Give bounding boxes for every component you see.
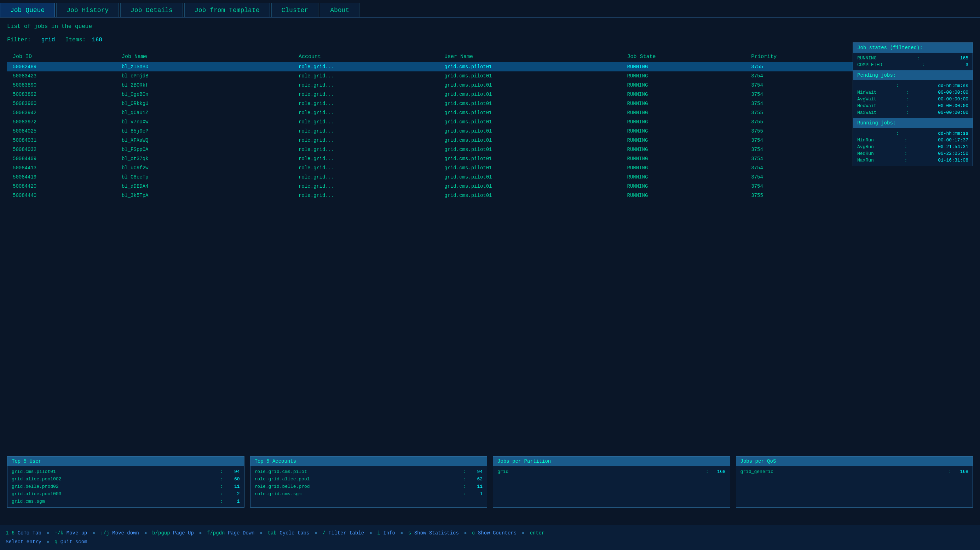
cell-job-state: RUNNING <box>622 62 746 72</box>
cell-job-state: RUNNING <box>622 127 746 136</box>
tab-cluster[interactable]: Cluster <box>271 3 319 17</box>
cell-job-state: RUNNING <box>622 90 746 99</box>
cell-job-id: 50082489 <box>7 62 116 72</box>
cell-user-name: grid.cms.pilot01 <box>439 62 621 72</box>
stat-panel-3: Jobs per QoS grid_generic : 168 <box>736 456 973 507</box>
stat-panel-header: Top 5 User <box>8 456 244 466</box>
job-state-row: COMPLETED:3 <box>857 62 968 68</box>
cell-priority: 3755 <box>745 127 860 136</box>
filter-line: Filter: grid Items: 168 <box>7 37 973 43</box>
table-row[interactable]: 50083890 bl_2BORkf role.grid... grid.cms… <box>7 81 860 90</box>
stat-panel-header: Jobs per QoS <box>736 456 973 466</box>
cell-account: role.grid... <box>293 163 439 173</box>
tab-job-details[interactable]: Job Details <box>120 3 183 17</box>
cell-job-name: bl_3k5TpA <box>116 191 293 200</box>
table-area: Job ID Job Name Account User Name Job St… <box>7 52 973 207</box>
pending-jobs-section: Pending jobs: :dd-hh:mm:ssMinWait:00-00:… <box>853 70 972 118</box>
cell-job-id: 50083890 <box>7 81 116 90</box>
stat-row: role.grid.cms.pilot : 94 <box>255 468 483 476</box>
table-row[interactable]: 50084440 bl_3k5TpA role.grid... grid.cms… <box>7 191 860 200</box>
stat-row: role.grid.alice.pool : 62 <box>255 476 483 483</box>
cell-job-id: 50084440 <box>7 191 116 200</box>
cell-priority: 3754 <box>745 90 860 99</box>
pending-jobs-body: :dd-hh:mm:ssMinWait:00-00:00:00AvgWait:0… <box>853 80 972 118</box>
table-row[interactable]: 50084409 bl_ot37qk role.grid... grid.cms… <box>7 154 860 163</box>
cell-job-id: 50083942 <box>7 108 116 117</box>
cell-job-name: bl_ot37qk <box>116 154 293 163</box>
table-row[interactable]: 50083423 bl_ePmjdB role.grid... grid.cms… <box>7 71 860 81</box>
tab-bar: Job Queue Job History Job Details Job fr… <box>0 0 980 17</box>
status-line-1: 1-6 GoTo Tab ● ↑/k Move up ● ↓/j Move do… <box>6 529 974 537</box>
table-row[interactable]: 50084420 bl_dDEDA4 role.grid... grid.cms… <box>7 182 860 191</box>
col-account: Account <box>293 52 439 62</box>
cell-user-name: grid.cms.pilot01 <box>439 71 621 81</box>
cell-job-id: 50084025 <box>7 127 116 136</box>
pending-job-row: :dd-hh:mm:ss <box>857 82 968 89</box>
cell-job-id: 50083423 <box>7 71 116 81</box>
stat-panel-body: grid : 168 <box>493 466 730 477</box>
stats-container: Top 5 User grid.cms.pilot01 : 94 grid.al… <box>7 456 973 507</box>
running-jobs-body: :dd-hh:mm:ssMinRun:00-00:17:37AvgRun:00-… <box>853 128 972 166</box>
table-row[interactable]: 50083900 bl_0RkkgU role.grid... grid.cms… <box>7 99 860 108</box>
cell-user-name: grid.cms.pilot01 <box>439 117 621 127</box>
cell-account: role.grid... <box>293 71 439 81</box>
job-states-header: Job states (filtered): <box>853 43 972 53</box>
table-row[interactable]: 50084032 bl_FSpp0A role.grid... grid.cms… <box>7 145 860 154</box>
filter-label: Filter: <box>7 37 31 43</box>
cell-job-state: RUNNING <box>622 136 746 145</box>
stat-row: grid.cms.pilot01 : 94 <box>12 468 240 476</box>
table-row[interactable]: 50082489 bl_zISnBD role.grid... grid.cms… <box>7 62 860 72</box>
stat-row: grid.alice.pool003 : 2 <box>12 490 240 498</box>
job-states-body: RUNNING:165COMPLETED:3 <box>853 53 972 70</box>
running-job-row: MaxRun:01-16:31:08 <box>857 157 968 164</box>
stat-panel-body: grid_generic : 168 <box>736 466 973 477</box>
stat-row: grid : 168 <box>498 468 725 476</box>
table-row[interactable]: 50084413 bl_uC9f2w role.grid... grid.cms… <box>7 163 860 173</box>
cell-priority: 3755 <box>745 108 860 117</box>
cell-job-name: bl_uC9f2w <box>116 163 293 173</box>
cell-account: role.grid... <box>293 90 439 99</box>
col-job-state: Job State <box>622 52 746 62</box>
cell-priority: 3755 <box>745 117 860 127</box>
cell-priority: 3754 <box>745 71 860 81</box>
cell-priority: 3754 <box>745 136 860 145</box>
table-row[interactable]: 50083942 bl_qCaU1Z role.grid... grid.cms… <box>7 108 860 117</box>
cell-job-state: RUNNING <box>622 182 746 191</box>
table-row[interactable]: 50083892 bl_0geB0n role.grid... grid.cms… <box>7 90 860 99</box>
status-bar: 1-6 GoTo Tab ● ↑/k Move up ● ↓/j Move do… <box>0 525 980 550</box>
table-row[interactable]: 50084419 bl_G8eeTp role.grid... grid.cms… <box>7 173 860 182</box>
tab-about[interactable]: About <box>320 3 360 17</box>
running-job-row: :dd-hh:mm:ss <box>857 130 968 137</box>
cell-job-name: bl_dDEDA4 <box>116 182 293 191</box>
running-job-row: AvgRun:00-21:54:31 <box>857 144 968 150</box>
table-row[interactable]: 50083972 bl_v7nUXW role.grid... grid.cms… <box>7 117 860 127</box>
cell-job-name: bl_2BORkf <box>116 81 293 90</box>
cell-job-name: bl_0geB0n <box>116 90 293 99</box>
stat-panel-0: Top 5 User grid.cms.pilot01 : 94 grid.al… <box>7 456 245 507</box>
cell-job-id: 50084419 <box>7 173 116 182</box>
table-row[interactable]: 50084031 bl_XFXaWQ role.grid... grid.cms… <box>7 136 860 145</box>
cell-priority: 3754 <box>745 182 860 191</box>
pending-job-row: MaxWait:00-00:00:00 <box>857 109 968 116</box>
cell-user-name: grid.cms.pilot01 <box>439 99 621 108</box>
cell-job-state: RUNNING <box>622 154 746 163</box>
stat-panel-2: Jobs per Partition grid : 168 <box>493 456 730 507</box>
tab-job-queue[interactable]: Job Queue <box>0 3 55 17</box>
cell-priority: 3754 <box>745 145 860 154</box>
table-body: 50082489 bl_zISnBD role.grid... grid.cms… <box>7 62 860 200</box>
cell-account: role.grid... <box>293 99 439 108</box>
cell-job-name: bl_XFXaWQ <box>116 136 293 145</box>
tab-job-history[interactable]: Job History <box>56 3 119 17</box>
pending-job-row: MinWait:00-00:00:00 <box>857 89 968 96</box>
cell-user-name: grid.cms.pilot01 <box>439 136 621 145</box>
cell-account: role.grid... <box>293 81 439 90</box>
tab-job-from-template[interactable]: Job from Template <box>185 3 270 17</box>
cell-job-state: RUNNING <box>622 81 746 90</box>
running-jobs-header: Running jobs: <box>853 118 972 128</box>
cell-priority: 3754 <box>745 163 860 173</box>
right-panel: Job states (filtered): RUNNING:165COMPLE… <box>853 43 973 166</box>
table-row[interactable]: 50084025 bl_85j0eP role.grid... grid.cms… <box>7 127 860 136</box>
cell-job-id: 50083972 <box>7 117 116 127</box>
cell-job-state: RUNNING <box>622 108 746 117</box>
cell-user-name: grid.cms.pilot01 <box>439 127 621 136</box>
